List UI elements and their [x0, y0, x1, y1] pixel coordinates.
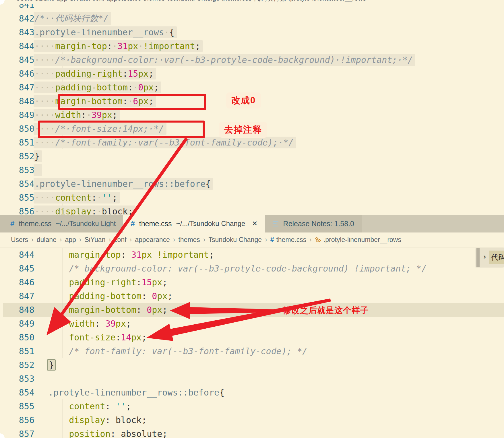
line-number[interactable]: 855 — [0, 193, 34, 203]
code-token: : — [136, 277, 141, 287]
code-token: } — [47, 359, 56, 371]
code-token — [48, 415, 69, 425]
line-number[interactable]: 846 — [0, 277, 34, 287]
line-number[interactable]: 848 — [0, 96, 34, 106]
code-line[interactable]: 856 display: block; — [0, 413, 504, 427]
line-number[interactable]: 853 — [0, 165, 34, 175]
line-number[interactable]: 855 — [0, 401, 34, 411]
line-number[interactable]: 844 — [0, 250, 34, 260]
minimap-peek-widget[interactable]: › 代码块行数 — [476, 248, 504, 267]
line-number[interactable]: 850 — [0, 332, 34, 342]
code-token — [111, 415, 116, 425]
code-line[interactable]: 842/*··代码块行数*/ — [0, 11, 504, 25]
line-number[interactable]: 844 — [0, 41, 34, 51]
code-text: } — [34, 150, 42, 162]
code-line[interactable]: 853 — [0, 163, 504, 177]
code-token: padding-bottom — [69, 291, 141, 301]
scrollbar[interactable] — [476, 248, 480, 267]
line-number[interactable]: 851 — [0, 346, 34, 356]
line-number[interactable]: 847 — [0, 291, 34, 301]
code-line[interactable]: 853 — [0, 372, 504, 385]
code-token — [147, 291, 152, 301]
code-token: : — [111, 429, 116, 438]
code-token: ···· — [34, 41, 55, 51]
line-number[interactable]: 843 — [0, 27, 34, 37]
line-number[interactable]: 842 — [0, 13, 34, 24]
code-line[interactable]: 850 font-size:14px; — [0, 330, 504, 344]
code-line[interactable]: 852} — [0, 149, 504, 163]
code-token: width — [69, 319, 95, 329]
breadcrumb-item-users[interactable]: Users — [11, 236, 28, 244]
code-line[interactable]: 854.protyle-linenumber__rows::before{ — [0, 177, 504, 191]
code-text: ····/*·background-color:·var(--b3-protyl… — [34, 54, 415, 66]
line-number[interactable]: 856 — [0, 415, 34, 425]
highlight-box-font-size-comment — [38, 121, 205, 138]
tab-path: ~/.../Tsundoku Change — [176, 220, 245, 228]
code-token: px — [152, 305, 162, 315]
breadcrumb-item-app[interactable]: app — [65, 236, 76, 244]
breadcrumb-item-themes[interactable]: themes — [178, 236, 200, 244]
code-line[interactable]: 851 /* font-family: var(--b3-font-family… — [0, 344, 504, 358]
line-number[interactable]: 857 — [0, 429, 34, 438]
line-number[interactable]: 854 — [0, 179, 34, 189]
code-token — [100, 319, 105, 329]
code-token: : — [116, 332, 121, 342]
line-number[interactable]: 845 — [0, 55, 34, 65]
breadcrumb-item-appearance[interactable]: appearance — [135, 236, 170, 244]
chevron-right-icon[interactable]: › — [482, 252, 487, 261]
line-number[interactable]: 856 — [0, 206, 34, 215]
line-number[interactable]: 852 — [0, 360, 34, 370]
code-line[interactable]: 847 padding-bottom: 0px; — [0, 289, 504, 303]
line-number[interactable]: 849 — [0, 319, 34, 329]
line-number[interactable]: 845 — [0, 263, 34, 274]
line-number[interactable]: 848 — [0, 305, 34, 315]
code-line[interactable]: 843.protyle-linenumber__rows·{ — [0, 25, 504, 39]
code-line[interactable]: 857 position: absolute; — [0, 427, 504, 438]
breadcrumb-item-theme-css[interactable]: #theme.css — [270, 236, 307, 244]
code-line[interactable]: 855 content: ''; — [0, 399, 504, 413]
code-text: /*··代码块行数*/ — [34, 12, 111, 25]
code-token: px — [102, 110, 112, 120]
breadcrumb-item-siyuan[interactable]: SiYuan — [85, 236, 106, 244]
code-line[interactable]: 849····width:·39px; — [0, 108, 504, 122]
code-line[interactable]: 852} — [0, 358, 504, 372]
code-line[interactable]: 854.protyle-linenumber__rows::before{ — [0, 385, 504, 399]
tab-release-notes-1-58-0[interactable]: Release Notes: 1.58.0 — [265, 215, 362, 232]
breadcrumb-label: Tsundoku Change — [209, 236, 262, 244]
line-number[interactable]: 850 — [0, 124, 34, 134]
editor-pane-bottom[interactable]: 844 margin-top: 31px !important;845 /* b… — [0, 247, 504, 438]
line-number[interactable]: 854 — [0, 387, 34, 398]
code-line[interactable]: 847····padding-bottom:·0px; — [0, 80, 504, 94]
code-token: px — [131, 332, 141, 342]
code-line[interactable]: 846 padding-right:15px; — [0, 275, 504, 289]
code-line[interactable]: 845 /* background-color: var(--b3-protyl… — [0, 261, 504, 275]
code-token: ; — [141, 415, 147, 425]
breadcrumb-item--protyle-linenumber-rows[interactable]: .protyle-linenumber__rows — [315, 236, 401, 244]
breadcrumb-label: .protyle-linenumber__rows — [323, 236, 401, 244]
code-line[interactable]: 855····content:·''; — [0, 191, 504, 204]
close-icon[interactable]: ✕ — [252, 220, 257, 228]
code-token: : — [121, 250, 126, 260]
line-number[interactable]: 851 — [0, 137, 34, 148]
breadcrumb-item-tsundoku-change[interactable]: Tsundoku Change — [209, 236, 262, 244]
line-number[interactable]: 849 — [0, 110, 34, 120]
line-number[interactable]: 853 — [0, 374, 34, 384]
code-line[interactable]: 846····padding-right:15px; — [0, 67, 504, 80]
breadcrumb-item-conf[interactable]: conf — [114, 236, 126, 244]
line-number[interactable]: 852 — [0, 151, 34, 161]
code-line[interactable]: 856····display:·block; — [0, 204, 504, 215]
code-line[interactable]: 849 width: 39px; — [0, 317, 504, 330]
tab-theme-css[interactable]: #theme.css~/.../Tsundoku Light — [3, 215, 123, 232]
line-number[interactable]: 846 — [0, 69, 34, 79]
code-text: .protyle-linenumber__rows::before{ — [48, 387, 224, 398]
code-line[interactable]: 848 margin-bottom: 0px; — [0, 303, 504, 317]
code-token: block — [102, 206, 128, 215]
tab-theme-css[interactable]: #theme.css~/.../Tsundoku Change✕ — [123, 215, 265, 232]
code-line[interactable]: 845····/*·background-color:·var(--b3-pro… — [0, 53, 504, 67]
code-line[interactable]: 844 margin-top: 31px !important; — [0, 248, 504, 261]
code-token: ; — [167, 291, 172, 301]
breadcrumb-item-dulane[interactable]: dulane — [37, 236, 57, 244]
line-number[interactable]: 847 — [0, 82, 34, 92]
code-line[interactable]: 844····margin-top:·31px·!important; — [0, 39, 504, 53]
code-text: position: absolute; — [48, 429, 167, 438]
